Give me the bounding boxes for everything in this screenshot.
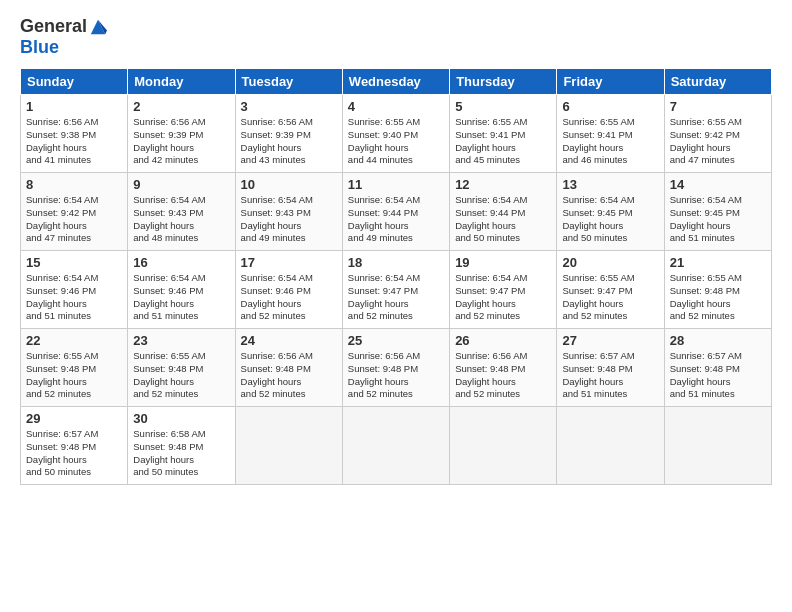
day-info: Sunrise: 6:54 AMSunset: 9:42 PMDaylight … [26, 194, 122, 245]
logo: General Blue [20, 16, 107, 58]
day-number: 14 [670, 177, 766, 192]
day-number: 29 [26, 411, 122, 426]
day-number: 19 [455, 255, 551, 270]
day-number: 8 [26, 177, 122, 192]
page: General Blue Sunday Monday Tuesday Wedne… [0, 0, 792, 612]
table-cell: 17Sunrise: 6:54 AMSunset: 9:46 PMDayligh… [235, 251, 342, 329]
table-cell: 11Sunrise: 6:54 AMSunset: 9:44 PMDayligh… [342, 173, 449, 251]
day-info: Sunrise: 6:54 AMSunset: 9:47 PMDaylight … [348, 272, 444, 323]
day-number: 26 [455, 333, 551, 348]
day-number: 4 [348, 99, 444, 114]
day-info: Sunrise: 6:56 AMSunset: 9:48 PMDaylight … [241, 350, 337, 401]
day-info: Sunrise: 6:57 AMSunset: 9:48 PMDaylight … [562, 350, 658, 401]
day-number: 2 [133, 99, 229, 114]
header: General Blue [20, 16, 772, 58]
table-cell: 18Sunrise: 6:54 AMSunset: 9:47 PMDayligh… [342, 251, 449, 329]
day-info: Sunrise: 6:54 AMSunset: 9:44 PMDaylight … [348, 194, 444, 245]
day-info: Sunrise: 6:54 AMSunset: 9:46 PMDaylight … [26, 272, 122, 323]
day-info: Sunrise: 6:55 AMSunset: 9:41 PMDaylight … [562, 116, 658, 167]
table-cell: 1Sunrise: 6:56 AMSunset: 9:38 PMDaylight… [21, 95, 128, 173]
day-number: 17 [241, 255, 337, 270]
day-number: 15 [26, 255, 122, 270]
table-cell: 14Sunrise: 6:54 AMSunset: 9:45 PMDayligh… [664, 173, 771, 251]
day-info: Sunrise: 6:55 AMSunset: 9:40 PMDaylight … [348, 116, 444, 167]
day-info: Sunrise: 6:55 AMSunset: 9:48 PMDaylight … [133, 350, 229, 401]
day-number: 13 [562, 177, 658, 192]
table-cell: 12Sunrise: 6:54 AMSunset: 9:44 PMDayligh… [450, 173, 557, 251]
table-cell: 3Sunrise: 6:56 AMSunset: 9:39 PMDaylight… [235, 95, 342, 173]
day-info: Sunrise: 6:56 AMSunset: 9:48 PMDaylight … [455, 350, 551, 401]
col-saturday: Saturday [664, 69, 771, 95]
day-info: Sunrise: 6:54 AMSunset: 9:47 PMDaylight … [455, 272, 551, 323]
day-info: Sunrise: 6:58 AMSunset: 9:48 PMDaylight … [133, 428, 229, 479]
table-cell [664, 407, 771, 485]
table-cell [557, 407, 664, 485]
day-info: Sunrise: 6:54 AMSunset: 9:43 PMDaylight … [133, 194, 229, 245]
day-info: Sunrise: 6:56 AMSunset: 9:39 PMDaylight … [241, 116, 337, 167]
day-info: Sunrise: 6:54 AMSunset: 9:44 PMDaylight … [455, 194, 551, 245]
logo-blue: Blue [20, 37, 107, 58]
day-number: 16 [133, 255, 229, 270]
table-cell: 22Sunrise: 6:55 AMSunset: 9:48 PMDayligh… [21, 329, 128, 407]
day-number: 20 [562, 255, 658, 270]
day-number: 7 [670, 99, 766, 114]
table-cell: 27Sunrise: 6:57 AMSunset: 9:48 PMDayligh… [557, 329, 664, 407]
day-info: Sunrise: 6:56 AMSunset: 9:48 PMDaylight … [348, 350, 444, 401]
day-number: 24 [241, 333, 337, 348]
day-info: Sunrise: 6:54 AMSunset: 9:45 PMDaylight … [670, 194, 766, 245]
table-cell: 6Sunrise: 6:55 AMSunset: 9:41 PMDaylight… [557, 95, 664, 173]
table-cell [235, 407, 342, 485]
table-cell: 2Sunrise: 6:56 AMSunset: 9:39 PMDaylight… [128, 95, 235, 173]
day-number: 25 [348, 333, 444, 348]
table-cell: 21Sunrise: 6:55 AMSunset: 9:48 PMDayligh… [664, 251, 771, 329]
day-info: Sunrise: 6:54 AMSunset: 9:46 PMDaylight … [241, 272, 337, 323]
day-info: Sunrise: 6:55 AMSunset: 9:47 PMDaylight … [562, 272, 658, 323]
day-number: 1 [26, 99, 122, 114]
table-cell: 5Sunrise: 6:55 AMSunset: 9:41 PMDaylight… [450, 95, 557, 173]
table-cell: 28Sunrise: 6:57 AMSunset: 9:48 PMDayligh… [664, 329, 771, 407]
table-cell: 4Sunrise: 6:55 AMSunset: 9:40 PMDaylight… [342, 95, 449, 173]
week-row-4: 22Sunrise: 6:55 AMSunset: 9:48 PMDayligh… [21, 329, 772, 407]
col-tuesday: Tuesday [235, 69, 342, 95]
col-friday: Friday [557, 69, 664, 95]
table-cell: 7Sunrise: 6:55 AMSunset: 9:42 PMDaylight… [664, 95, 771, 173]
week-row-2: 8Sunrise: 6:54 AMSunset: 9:42 PMDaylight… [21, 173, 772, 251]
table-cell: 25Sunrise: 6:56 AMSunset: 9:48 PMDayligh… [342, 329, 449, 407]
table-cell: 8Sunrise: 6:54 AMSunset: 9:42 PMDaylight… [21, 173, 128, 251]
day-info: Sunrise: 6:56 AMSunset: 9:38 PMDaylight … [26, 116, 122, 167]
col-monday: Monday [128, 69, 235, 95]
calendar-table: Sunday Monday Tuesday Wednesday Thursday… [20, 68, 772, 485]
col-thursday: Thursday [450, 69, 557, 95]
table-cell: 10Sunrise: 6:54 AMSunset: 9:43 PMDayligh… [235, 173, 342, 251]
table-cell: 16Sunrise: 6:54 AMSunset: 9:46 PMDayligh… [128, 251, 235, 329]
table-cell: 30Sunrise: 6:58 AMSunset: 9:48 PMDayligh… [128, 407, 235, 485]
table-cell: 20Sunrise: 6:55 AMSunset: 9:47 PMDayligh… [557, 251, 664, 329]
header-row: Sunday Monday Tuesday Wednesday Thursday… [21, 69, 772, 95]
day-number: 3 [241, 99, 337, 114]
day-info: Sunrise: 6:55 AMSunset: 9:42 PMDaylight … [670, 116, 766, 167]
day-info: Sunrise: 6:57 AMSunset: 9:48 PMDaylight … [26, 428, 122, 479]
table-cell: 9Sunrise: 6:54 AMSunset: 9:43 PMDaylight… [128, 173, 235, 251]
table-cell: 13Sunrise: 6:54 AMSunset: 9:45 PMDayligh… [557, 173, 664, 251]
day-info: Sunrise: 6:54 AMSunset: 9:46 PMDaylight … [133, 272, 229, 323]
day-number: 10 [241, 177, 337, 192]
week-row-3: 15Sunrise: 6:54 AMSunset: 9:46 PMDayligh… [21, 251, 772, 329]
logo-icon [89, 18, 107, 36]
week-row-1: 1Sunrise: 6:56 AMSunset: 9:38 PMDaylight… [21, 95, 772, 173]
day-number: 6 [562, 99, 658, 114]
day-number: 23 [133, 333, 229, 348]
table-cell: 15Sunrise: 6:54 AMSunset: 9:46 PMDayligh… [21, 251, 128, 329]
table-cell: 23Sunrise: 6:55 AMSunset: 9:48 PMDayligh… [128, 329, 235, 407]
col-wednesday: Wednesday [342, 69, 449, 95]
day-info: Sunrise: 6:56 AMSunset: 9:39 PMDaylight … [133, 116, 229, 167]
day-number: 18 [348, 255, 444, 270]
day-info: Sunrise: 6:55 AMSunset: 9:48 PMDaylight … [26, 350, 122, 401]
day-number: 21 [670, 255, 766, 270]
table-cell [450, 407, 557, 485]
week-row-5: 29Sunrise: 6:57 AMSunset: 9:48 PMDayligh… [21, 407, 772, 485]
table-cell: 29Sunrise: 6:57 AMSunset: 9:48 PMDayligh… [21, 407, 128, 485]
col-sunday: Sunday [21, 69, 128, 95]
day-number: 30 [133, 411, 229, 426]
day-number: 28 [670, 333, 766, 348]
logo-general: General [20, 16, 87, 37]
